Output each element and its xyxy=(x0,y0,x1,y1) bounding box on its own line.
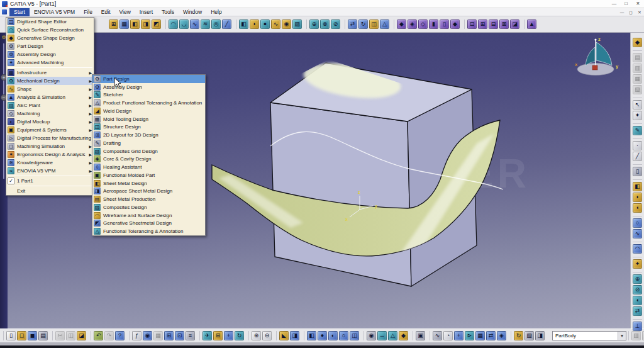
menu-item-sketcher[interactable]: ✎Sketcher xyxy=(92,91,205,99)
offset-surface-icon[interactable]: ◖ xyxy=(633,203,642,213)
menu-item-mold-tooling-design[interactable]: ▦Mold Tooling Design xyxy=(92,115,205,123)
catalog-browser-icon[interactable]: ∿ xyxy=(433,331,442,340)
measure-item-icon[interactable]: △ xyxy=(388,331,397,340)
menu-item-aerospace-sheet-metal-design[interactable]: ◨Aerospace Sheet Metal Design xyxy=(92,188,205,196)
doc-minimize-button[interactable]: — xyxy=(618,9,626,16)
menu-item-functional-molded-part[interactable]: ▣Functional Molded Part xyxy=(92,171,205,179)
only-current-body-icon[interactable]: ◨ xyxy=(535,331,545,340)
point-icon[interactable]: · xyxy=(633,141,642,150)
menu-item-machining[interactable]: ◇Machining▶ xyxy=(6,109,94,118)
save-icon[interactable]: ◼ xyxy=(28,331,37,340)
menu-window[interactable]: Window xyxy=(179,8,206,16)
line-icon[interactable]: ╱ xyxy=(633,152,642,161)
copy-icon[interactable]: ◫ xyxy=(66,331,75,340)
constraints-icon[interactable]: ⊳ xyxy=(465,331,474,340)
menu-item-knowledgeware[interactable]: ≋Knowledgeware▶ xyxy=(6,159,94,167)
measure-between-icon[interactable]: ↔ xyxy=(377,331,387,340)
sphere-icon[interactable]: ● xyxy=(260,20,270,29)
loft-icon[interactable]: ▨ xyxy=(292,20,302,29)
conic-icon[interactable]: ◡ xyxy=(179,20,189,29)
circle-icon[interactable]: ○ xyxy=(633,218,642,228)
menu-item-weld-design[interactable]: ◢Weld Design xyxy=(92,107,205,115)
menu-tools[interactable]: Tools xyxy=(157,8,179,16)
redo-icon[interactable]: ↷ xyxy=(104,331,114,340)
analysis-icon[interactable]: ✦ xyxy=(633,259,642,269)
menu-item-drafting[interactable]: ✎Drafting xyxy=(92,139,205,147)
history-icon[interactable]: ◔ xyxy=(443,331,453,340)
spline-icon[interactable]: ∿ xyxy=(190,20,199,29)
axis-icon[interactable]: + xyxy=(454,331,464,340)
menu-item-digitized-shape-editor[interactable]: ◫Digitized Shape Editor xyxy=(6,18,94,26)
support-views-icon[interactable]: ◩ xyxy=(152,20,161,29)
sketcher-icon[interactable]: ⊞ xyxy=(109,20,118,29)
menu-item-2d-layout-for-3d-design[interactable]: ⊞2D Layout for 3D Design xyxy=(92,131,205,139)
menu-start[interactable]: Start xyxy=(9,8,30,16)
doc-restore-button[interactable]: ◻ xyxy=(626,9,635,16)
rotate-icon[interactable]: ↻ xyxy=(358,20,368,29)
camera-icon[interactable]: ▣ xyxy=(416,331,425,340)
menu-item-advanced-machining[interactable]: ✦Advanced Machining xyxy=(6,59,94,67)
axis-system-icon[interactable]: ⊥ xyxy=(633,322,642,331)
exchange-icon[interactable]: ⇄ xyxy=(486,331,496,340)
menu-item-wireframe-and-surface-design[interactable]: ◠Wireframe and Surface Design xyxy=(92,211,205,220)
menu-item-mechanical-design[interactable]: ⚙Mechanical Design▶ xyxy=(6,77,94,85)
documents-icon[interactable]: ▧ xyxy=(633,85,642,94)
hide-show-icon[interactable]: ◉ xyxy=(367,331,376,340)
sweep-icon[interactable]: ∿ xyxy=(271,20,280,29)
compass-base-handle[interactable] xyxy=(592,65,597,70)
smart-pick-icon[interactable]: ✦ xyxy=(633,111,642,120)
model-graph-icon[interactable]: ⊞ xyxy=(164,331,174,340)
menu-view[interactable]: View xyxy=(115,8,135,16)
fly-mode-icon[interactable]: ✈ xyxy=(203,331,212,340)
join-surfaces-icon[interactable]: ⊕ xyxy=(633,274,642,284)
comment-icon[interactable]: ◉ xyxy=(143,331,152,340)
menu-item-digital-process-for-manufacturing[interactable]: ▷Digital Process for Manufacturing▶ xyxy=(6,134,94,142)
menu-item-1-part1[interactable]: ✓1 Part1 xyxy=(6,177,94,185)
menu-item-machining-simulation[interactable]: ◻Machining Simulation▶ xyxy=(6,142,94,150)
stacked-views-icon[interactable]: ▥ xyxy=(633,64,642,73)
volume-result-icon[interactable]: ▲ xyxy=(527,20,536,29)
cut-icon[interactable]: ✂ xyxy=(55,331,65,340)
close-surface-icon[interactable]: ▯ xyxy=(440,20,449,29)
fit-all-in-icon[interactable]: ⊞ xyxy=(213,331,223,340)
plane-icon[interactable]: ▯ xyxy=(633,167,642,176)
catalog-icon[interactable]: ▤ xyxy=(633,53,642,62)
join-icon[interactable]: ⊕ xyxy=(309,20,319,29)
menu-item-generative-shape-design[interactable]: ◆Generative Shape Design xyxy=(6,34,94,42)
maximize-button[interactable]: □ xyxy=(620,0,632,8)
shaded-edges-icon[interactable]: ◐ xyxy=(328,331,338,340)
symmetry-icon[interactable]: ◫ xyxy=(369,20,379,29)
split-surfaces-icon[interactable]: ⊘ xyxy=(633,285,642,295)
menu-insert[interactable]: Insert xyxy=(135,8,157,16)
menu-item-composites-grid-design[interactable]: ▧Composites Grid Design xyxy=(92,147,205,155)
menu-item-analysis-simulation[interactable]: ▲Analysis & Simulation▶ xyxy=(6,93,94,101)
menu-item-enovia-v5-vpm[interactable]: ≈ENOVIA V5 VPM▶ xyxy=(6,167,94,175)
work-grid-icon[interactable]: ▦ xyxy=(475,331,485,340)
scaling-icon[interactable]: △ xyxy=(380,20,389,29)
revolve-surface-icon[interactable]: ◗ xyxy=(633,193,642,202)
multi-view-icon[interactable]: ◨ xyxy=(290,331,299,340)
compass[interactable]: z y x xyxy=(575,36,619,76)
intersect-volume-icon[interactable]: ⊠ xyxy=(499,20,509,29)
corner-icon[interactable]: ◠ xyxy=(633,244,642,254)
fill-icon[interactable]: ◉ xyxy=(282,20,291,29)
grid-icon[interactable]: ▦ xyxy=(119,20,129,29)
connect-curve-icon[interactable]: ◠ xyxy=(169,20,178,29)
menu-item-part-design[interactable]: ⚙Part Design xyxy=(6,42,94,50)
lock-icon[interactable]: ⊡ xyxy=(175,331,184,340)
select-pointer-icon[interactable]: ↖ xyxy=(633,100,642,109)
curve-icon[interactable]: ∿ xyxy=(633,229,642,239)
volume-extrude-icon[interactable]: ◆ xyxy=(450,20,460,29)
remove-volume-icon[interactable]: ⊟ xyxy=(489,20,498,29)
menu-item-composites-design[interactable]: ▨Composites Design xyxy=(92,203,205,211)
clipboard-icon[interactable]: ▦ xyxy=(633,74,642,84)
new-file-icon[interactable]: ▯ xyxy=(6,331,16,340)
calculator-icon[interactable]: ▦ xyxy=(153,331,163,340)
fillet-icon[interactable]: ◖ xyxy=(633,296,642,305)
menu-edit[interactable]: Edit xyxy=(97,8,115,16)
extrude-surface-icon[interactable]: ◧ xyxy=(633,182,642,191)
translate-icon[interactable]: ⇄ xyxy=(348,20,357,29)
split-icon[interactable]: ⊘ xyxy=(331,20,340,29)
gsd-workbench-icon[interactable]: ◆ xyxy=(633,38,642,47)
menu-item-sheet-metal-production[interactable]: ▤Sheet Metal Production xyxy=(92,195,205,203)
